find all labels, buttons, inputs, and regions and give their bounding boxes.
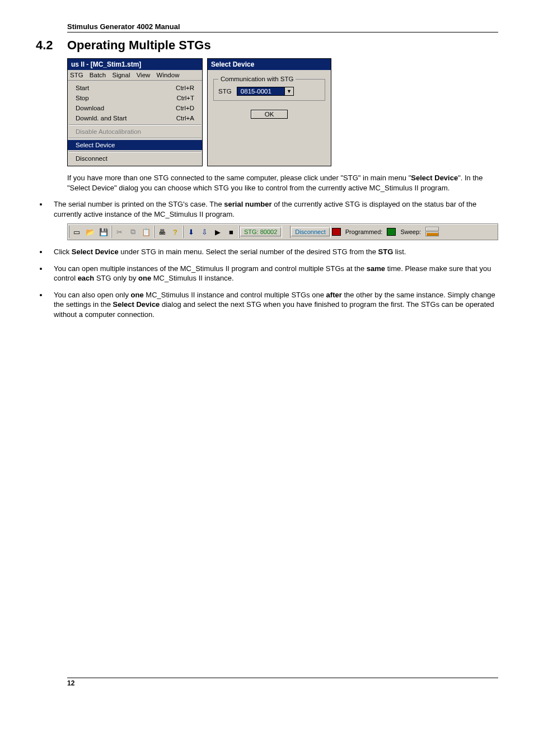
text: Click (54, 248, 72, 256)
help-icon[interactable]: ? (168, 226, 182, 238)
dialog-titlebar: Select Device (208, 59, 331, 70)
text: If you have more than one STG connected … (67, 174, 411, 182)
menuitem-start[interactable]: Start Ctrl+R (68, 83, 202, 93)
text-bold: Select Device (72, 248, 119, 256)
menuitem-select-device-label: Select Device (76, 142, 115, 148)
menuitem-disconnect[interactable]: Disconnect (68, 153, 202, 164)
menu-window[interactable]: Window (157, 72, 180, 78)
select-device-dialog: Select Device Communication with STG STG… (207, 58, 331, 166)
disconnect-button[interactable]: Disconnect (291, 227, 329, 236)
text: The serial number is printed on the STG'… (54, 200, 224, 208)
menuitem-disable-autocal: Disable Autocalibration (68, 127, 202, 137)
stg-label: STG (218, 88, 232, 95)
stg-combo-value: 0815-0001 (237, 87, 284, 95)
menu-separator (69, 138, 201, 139)
menu-separator (69, 124, 201, 125)
open-file-icon[interactable]: 📂 (83, 226, 97, 238)
menu-batch[interactable]: Batch (90, 72, 106, 78)
bullet-select-device: Click Select Device under STG in main me… (48, 247, 498, 257)
stg-dropdown: Start Ctrl+R Stop Ctrl+T Download Ctrl+D… (68, 81, 202, 166)
text: MC_Stimulus II instance. (151, 274, 233, 282)
text-bold: STG (378, 248, 394, 256)
menuitem-downld-start-label: Downld. and Start (76, 115, 127, 122)
bullet-one-instance: You can also open only one MC_Stimulus I… (48, 290, 498, 320)
text-bold: after (326, 291, 342, 299)
text-bold: serial number (224, 200, 271, 208)
section-title: Operating Multiple STGs (67, 38, 211, 52)
section-heading: 4.2Operating Multiple STGs (36, 38, 498, 53)
menuitem-stop-label: Stop (76, 95, 89, 101)
copy-icon[interactable]: ⧉ (126, 226, 139, 238)
menuitem-start-accel: Ctrl+R (176, 85, 194, 91)
menuitem-stop[interactable]: Stop Ctrl+T (68, 93, 202, 103)
menuitem-download[interactable]: Download Ctrl+D (68, 103, 202, 113)
paste-icon[interactable]: 📋 (139, 226, 153, 238)
sweep-indicator-icon (425, 227, 439, 237)
fieldset-legend: Communication with STG (218, 76, 296, 82)
stg-status-button[interactable]: STG: 80002 (240, 227, 281, 236)
menuitem-downld-start[interactable]: Downld. and Start Ctrl+A (68, 113, 202, 123)
text-bold: Select Device (113, 300, 160, 309)
text-bold: one (131, 291, 144, 299)
connection-led-icon (332, 228, 341, 236)
menu-stg[interactable]: STG (70, 72, 83, 78)
communication-fieldset: Communication with STG STG 0815-0001 ▼ (213, 76, 325, 101)
bullet-serial-number: The serial number is printed on the STG'… (48, 199, 498, 219)
menuitem-stop-accel: Ctrl+T (176, 95, 194, 101)
text: You can open multiple instances of the M… (54, 264, 367, 273)
page-number: 12 (67, 678, 498, 687)
download-run-icon[interactable]: ⇩ (198, 226, 211, 238)
new-file-icon[interactable]: ▭ (70, 226, 83, 238)
window-titlebar: us II - [MC_Stim1.stm] (68, 59, 202, 70)
chevron-down-icon[interactable]: ▼ (284, 87, 293, 95)
ok-button[interactable]: OK (251, 110, 288, 119)
bullet-multiple-instances: You can open multiple instances of the M… (48, 264, 498, 283)
text: STG only by (94, 274, 138, 282)
menu-signal[interactable]: Signal (112, 72, 130, 78)
stg-menu-window: us II - [MC_Stim1.stm] STG Batch Signal … (67, 58, 203, 166)
stop-icon[interactable]: ■ (224, 226, 238, 238)
sweep-label: Sweep: (397, 228, 424, 236)
download-icon[interactable]: ⬇ (184, 226, 198, 238)
menu-bar: STG Batch Signal View Window (68, 70, 202, 81)
text: MC_Stimulus II instance and control mult… (144, 291, 326, 299)
text: You can also open only (54, 291, 131, 299)
menu-separator (69, 151, 201, 152)
menuitem-disable-autocal-label: Disable Autocalibration (76, 128, 141, 135)
text-bold: each (78, 274, 95, 282)
stg-combo[interactable]: 0815-0001 ▼ (237, 87, 294, 96)
programmed-led-icon (387, 228, 396, 236)
toolbar-screenshot: ▭ 📂 💾 ✂ ⧉ 📋 🖶 ? ⬇ ⇩ ▶ ■ STG: 80002 Disco… (67, 223, 498, 240)
menuitem-download-label: Download (76, 105, 104, 111)
cut-icon[interactable]: ✂ (113, 226, 126, 238)
text: under STG in main menu. Select the seria… (119, 248, 378, 256)
text-bold: one (138, 274, 151, 282)
text-bold: same (367, 264, 385, 273)
text: list. (393, 248, 406, 256)
menuitem-start-label: Start (76, 85, 89, 91)
section-number: 4.2 (36, 38, 67, 53)
menu-view[interactable]: View (137, 72, 151, 78)
menuitem-select-device[interactable]: Select Device (68, 140, 202, 150)
intro-paragraph: If you have more than one STG connected … (67, 173, 498, 193)
text-bold: Select Device (411, 174, 458, 182)
menuitem-download-accel: Ctrl+D (176, 105, 194, 111)
menuitem-disconnect-label: Disconnect (76, 155, 107, 162)
play-icon[interactable]: ▶ (211, 226, 224, 238)
menuitem-downld-start-accel: Ctrl+A (176, 115, 194, 122)
print-icon[interactable]: 🖶 (155, 226, 168, 238)
save-icon[interactable]: 💾 (97, 226, 110, 238)
programmed-label: Programmed: (342, 228, 386, 236)
running-header: Stimulus Generator 4002 Manual (67, 22, 498, 32)
